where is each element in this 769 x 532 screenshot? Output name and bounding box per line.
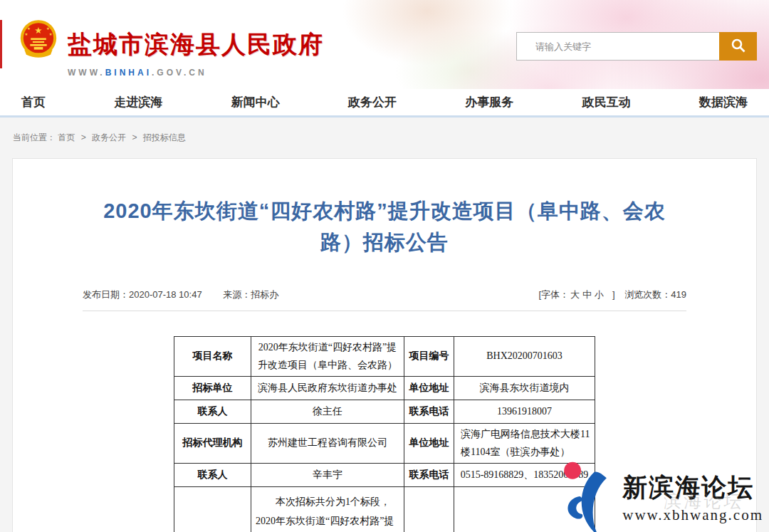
forum-url: www.xbhwang.com (622, 506, 763, 524)
cell-agency-contact-value: 辛丰宇 (251, 464, 404, 487)
cell-project-name-label: 项目名称 (174, 337, 251, 377)
table-row: 本次招标共分为1个标段，2020年东坎街道“四好农村路”提升改造项目（阜中路、会… (174, 487, 595, 532)
nav-item-home[interactable]: 首页 (21, 94, 46, 110)
breadcrumb-gov-info[interactable]: 政务公开 (92, 132, 126, 142)
site-url: WWW.BINHAI.GOV.CN (68, 68, 324, 78)
cell-phone-label: 联系电话 (404, 400, 454, 424)
breadcrumb-home[interactable]: 首页 (58, 132, 75, 142)
publish-date: 发布日期：2020-07-18 10:47 (83, 289, 202, 300)
article-meta-left: 发布日期：2020-07-18 10:47 来源：招标办 (83, 288, 297, 301)
view-count: 浏览次数：419 (624, 289, 686, 300)
cell-tender-unit-value: 滨海县人民政府东坎街道办事处 (251, 377, 404, 400)
cell-unit-address-label: 单位地址 (404, 377, 454, 400)
table-row: 联系人 徐主任 联系电话 13961918007 (174, 400, 595, 424)
nav-item-services[interactable]: 办事服务 (465, 94, 513, 110)
breadcrumb-bidding-info[interactable]: 招投标信息 (143, 132, 186, 142)
cell-agency-address-label: 单位地址 (404, 424, 454, 464)
site-header: ★ ★ ★ ★ ★ 盐城市滨海县人民政府 WWW.BINHAI.GOV.CN (0, 0, 769, 89)
cell-contact-label: 联系人 (174, 400, 251, 424)
article-source: 来源：招标办 (223, 289, 278, 300)
cell-unit-address-value: 滨海县东坎街道境内 (454, 377, 595, 400)
article-meta-right: [字体：大中小] 浏览次数：419 (524, 288, 686, 301)
cell-project-no-value: BHX20200701603 (454, 337, 595, 377)
cell-project-no-label: 项目编号 (404, 337, 454, 377)
svg-text:★: ★ (46, 26, 50, 31)
font-size-large[interactable]: 大 (570, 289, 580, 300)
cell-contact-value: 徐主任 (251, 400, 404, 424)
cell-tender-unit-label: 招标单位 (174, 377, 251, 400)
table-row: 招标代理机构 苏州建世工程咨询有限公司 单位地址 滨海广电网络信息技术大楼11楼… (174, 424, 595, 464)
breadcrumb-label: 当前位置： (13, 132, 56, 142)
breadcrumb-separator: > (132, 132, 137, 142)
main-nav: 首页 走进滨海 新闻中心 政务公开 办事服务 政民互动 数据滨海 (0, 89, 769, 118)
forum-logo-icon (558, 459, 619, 532)
cell-agency-contact-label: 联系人 (174, 464, 251, 487)
search-box (516, 32, 757, 61)
cell-agency-phone-label: 联系电话 (404, 464, 454, 487)
forum-name: 新滨海论坛 (622, 471, 763, 504)
cell-empty (404, 487, 454, 532)
svg-text:★: ★ (24, 32, 28, 36)
forum-watermark-text: 滨海论坛 新滨海论坛 www.xbhwang.com (622, 471, 763, 532)
cell-overview-label (174, 487, 251, 532)
search-icon (730, 37, 747, 56)
cell-overview-value: 本次招标共分为1个标段，2020年东坎街道“四好农村路”提升改造项目（阜中路、会… (251, 487, 404, 532)
nav-item-data[interactable]: 数据滨海 (699, 94, 748, 110)
cell-agency-address-value: 滨海广电网络信息技术大楼11楼1104室（驻滨办事处） (454, 424, 595, 464)
left-red-strip (0, 20, 2, 68)
font-size-control: [字体：大中小] (531, 289, 614, 300)
site-title: 盐城市滨海县人民政府 (68, 28, 324, 61)
bid-info-table: 项目名称 2020年东坎街道“四好农村路”提升改造项目（阜中路、会农路） 项目编… (174, 336, 595, 532)
article-meta: 发布日期：2020-07-18 10:47 来源：招标办 [字体：大中小] 浏览… (83, 288, 686, 311)
breadcrumb-separator: > (81, 132, 86, 142)
font-size-small[interactable]: 小 (595, 289, 604, 300)
forum-watermark: 滨海论坛 新滨海论坛 www.xbhwang.com (558, 459, 763, 532)
cell-phone-value: 13961918007 (454, 400, 595, 424)
svg-text:★: ★ (27, 26, 31, 31)
nav-item-interact[interactable]: 政民互动 (582, 94, 631, 110)
nav-item-news[interactable]: 新闻中心 (231, 94, 280, 110)
national-emblem-icon: ★ ★ ★ ★ ★ (19, 20, 58, 64)
table-row: 项目名称 2020年东坎街道“四好农村路”提升改造项目（阜中路、会农路） 项目编… (174, 337, 595, 377)
font-size-medium[interactable]: 中 (582, 289, 592, 300)
nav-item-about[interactable]: 走进滨海 (114, 94, 162, 110)
site-identity: 盐城市滨海县人民政府 WWW.BINHAI.GOV.CN (68, 28, 324, 78)
search-button[interactable] (719, 32, 757, 61)
search-input[interactable] (517, 33, 719, 60)
page-title: 2020年东坎街道“四好农村路”提升改造项目（阜中路、会农路）招标公告 (89, 195, 680, 258)
table-row: 招标单位 滨海县人民政府东坎街道办事处 单位地址 滨海县东坎街道境内 (174, 377, 595, 400)
cell-agency-value: 苏州建世工程咨询有限公司 (251, 424, 404, 464)
cell-project-name-value: 2020年东坎街道“四好农村路”提升改造项目（阜中路、会农路） (251, 337, 404, 377)
svg-text:★: ★ (34, 26, 42, 36)
cell-agency-label: 招标代理机构 (174, 424, 251, 464)
svg-text:★: ★ (49, 32, 53, 36)
table-row: 联系人 辛丰宇 联系电话 0515-89168829、18352009889 (174, 464, 595, 487)
breadcrumb: 当前位置： 首页 > 政务公开 > 招投标信息 (0, 118, 769, 144)
nav-item-gov-info[interactable]: 政务公开 (348, 94, 397, 110)
